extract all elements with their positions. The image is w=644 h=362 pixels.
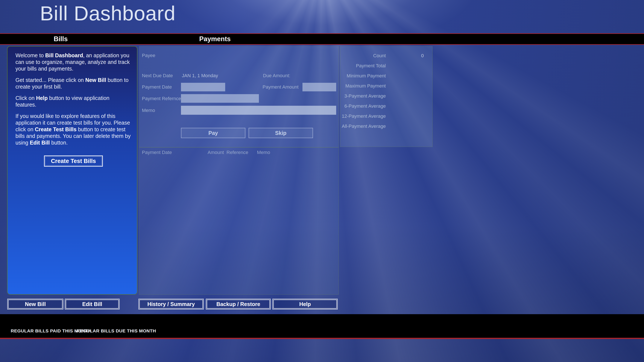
stat-row: All-Payment Average: [340, 121, 432, 131]
stat-row: Minimum Payment: [340, 71, 432, 81]
edit-bill-button[interactable]: Edit Bill: [65, 299, 120, 310]
stat-row: Maximum Payment: [340, 81, 432, 91]
next-due-date-value: JAN 1, 1 Monday: [182, 73, 218, 78]
stat-label: All-Payment Average: [340, 123, 386, 129]
stat-value: 0: [386, 53, 432, 58]
backup-restore-button[interactable]: Backup / Restore: [206, 299, 271, 310]
app-window: Bill Dashboard Bills Payments Welcome to…: [0, 0, 644, 362]
welcome-paragraph: Get started... Please click on New Bill …: [16, 77, 132, 90]
payment-stats-rows: Count0Payment TotalMinimum PaymentMaximu…: [340, 51, 432, 131]
welcome-paragraph: Welcome to Bill Dashboard, an applicatio…: [16, 52, 132, 72]
new-bill-button[interactable]: New Bill: [7, 299, 63, 310]
skip-button[interactable]: Skip: [248, 128, 313, 138]
payment-amount-label: Payment Amount: [262, 84, 298, 90]
payee-label: Payee: [142, 53, 155, 58]
payment-amount-input[interactable]: [302, 83, 336, 91]
memo-label: Memo: [142, 108, 155, 113]
create-test-bills-button[interactable]: Create Test Bills: [44, 155, 103, 167]
status-bar: REGULAR BILLS PAID THIS MONTH REGULAR BI…: [0, 314, 644, 339]
payment-form-panel: Payee Next Due Date JAN 1, 1 Monday Due …: [139, 46, 339, 147]
stat-label: Count: [340, 53, 386, 58]
payment-reference-input[interactable]: [181, 94, 259, 103]
stat-label: Minimum Payment: [340, 73, 386, 79]
tab-payments[interactable]: Payments: [199, 35, 230, 43]
payment-date-input[interactable]: [181, 83, 225, 91]
history-summary-button[interactable]: History / Summary: [138, 299, 204, 310]
page-title: Bill Dashboard: [40, 2, 176, 25]
stat-row: 6-Payment Average: [340, 101, 432, 111]
column-header: Reference: [226, 150, 248, 155]
tab-bar: Bills Payments: [0, 33, 644, 45]
stat-label: Maximum Payment: [340, 83, 386, 89]
memo-input[interactable]: [181, 106, 336, 115]
column-header: Memo: [257, 150, 270, 155]
payment-history-panel: Payment DateAmountReferenceMemo: [139, 147, 339, 295]
welcome-text: Welcome to Bill Dashboard, an applicatio…: [16, 52, 132, 146]
column-header: Amount: [208, 150, 224, 155]
next-due-date-label: Next Due Date: [142, 73, 173, 78]
stat-row: Payment Total: [340, 61, 432, 71]
regular-bills-due-label: REGULAR BILLS DUE THIS MONTH: [76, 328, 156, 334]
payment-stats-panel: Count0Payment TotalMinimum PaymentMaximu…: [340, 46, 432, 147]
stat-row: 12-Payment Average: [340, 111, 432, 121]
tab-bills[interactable]: Bills: [54, 35, 68, 43]
help-button[interactable]: Help: [272, 299, 338, 310]
column-header: Payment Date: [142, 150, 172, 155]
welcome-paragraph: If you would like to explore features of…: [16, 113, 132, 146]
stat-label: 6-Payment Average: [340, 103, 386, 109]
payment-reference-label: Payment Refernce: [142, 96, 181, 101]
stat-row: 3-Payment Average: [340, 91, 432, 101]
stat-row: Count0: [340, 51, 432, 61]
due-amount-label: Due Amount:: [263, 73, 290, 78]
pay-button[interactable]: Pay: [181, 128, 245, 138]
welcome-paragraph: Click on Help button to view application…: [16, 95, 132, 108]
welcome-panel: Welcome to Bill Dashboard, an applicatio…: [7, 46, 138, 295]
payment-date-label: Payment Date: [142, 84, 172, 90]
stat-label: 12-Payment Average: [340, 113, 386, 119]
payment-history-header: Payment DateAmountReferenceMemo: [139, 150, 338, 157]
stat-label: Payment Total: [340, 63, 386, 69]
stat-label: 3-Payment Average: [340, 93, 386, 99]
